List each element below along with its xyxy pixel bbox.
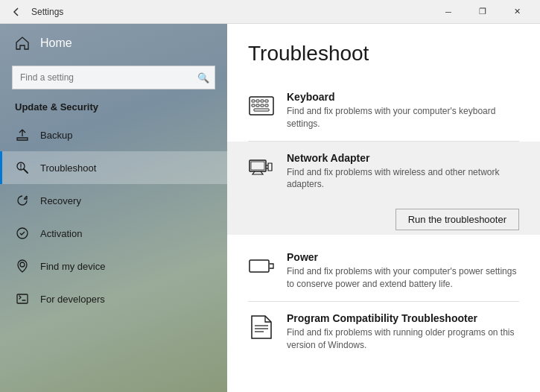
sidebar-item-troubleshoot[interactable]: Troubleshoot: [0, 151, 227, 184]
for-developers-icon: [15, 291, 30, 306]
keyboard-item-desc: Find and fix problems with your computer…: [287, 105, 519, 130]
keyboard-item-text: Keyboard Find and fix problems with your…: [287, 91, 519, 130]
find-my-device-icon: [15, 259, 30, 274]
svg-point-2: [20, 262, 25, 267]
sidebar-item-activation[interactable]: Activation: [0, 217, 227, 250]
svg-rect-7: [261, 100, 264, 102]
page-title: Troubleshoot: [248, 42, 519, 66]
troubleshoot-item-network: Network Adapter Find and fix problems wi…: [227, 142, 540, 202]
program-compat-item-desc: Find and fix problems with running older…: [287, 326, 519, 352]
sidebar-section-title: Update & Security: [0, 98, 227, 118]
program-compat-item-title: Program Compatibility Troubleshooter: [287, 312, 519, 324]
svg-point-1: [17, 228, 28, 238]
sidebar-item-backup[interactable]: Backup: [0, 118, 227, 151]
keyboard-item-title: Keyboard: [287, 91, 519, 103]
recovery-icon: [15, 193, 30, 208]
svg-rect-9: [252, 104, 255, 107]
svg-rect-6: [256, 100, 259, 102]
svg-rect-16: [250, 260, 269, 272]
svg-rect-13: [254, 109, 269, 111]
sidebar-item-backup-label: Backup: [40, 130, 72, 141]
sidebar-item-home[interactable]: Home: [0, 24, 227, 63]
restore-button[interactable]: ❐: [466, 0, 500, 24]
svg-rect-12: [265, 104, 268, 107]
sidebar-item-recovery-label: Recovery: [40, 195, 81, 206]
titlebar: Settings ─ ❐ ✕: [0, 0, 540, 24]
sidebar-item-for-developers[interactable]: For developers: [0, 282, 227, 315]
svg-rect-5: [252, 100, 255, 102]
sidebar-search-container: 🔍: [12, 66, 215, 89]
window-controls: ─ ❐ ✕: [431, 0, 534, 24]
program-compat-item-text: Program Compatibility Troubleshooter Fin…: [287, 312, 519, 352]
troubleshoot-item-program-compat: Program Compatibility Troubleshooter Fin…: [248, 302, 519, 362]
troubleshoot-item-keyboard: Keyboard Find and fix problems with your…: [248, 80, 519, 141]
home-icon: [15, 36, 30, 51]
network-icon: [248, 154, 275, 180]
run-btn-row: Run the troubleshooter: [227, 201, 540, 235]
troubleshoot-icon: [15, 160, 30, 175]
program-compat-icon: [248, 314, 275, 341]
svg-rect-10: [256, 104, 259, 107]
network-item-desc: Find and fix problems with wireless and …: [287, 166, 519, 192]
keyboard-icon: [248, 92, 275, 119]
titlebar-title: Settings: [31, 7, 63, 17]
network-item-text: Network Adapter Find and fix problems wi…: [287, 152, 519, 192]
power-item-title: Power: [287, 251, 519, 263]
back-button[interactable]: [6, 1, 27, 22]
sidebar-item-find-my-device[interactable]: Find my device: [0, 250, 227, 282]
close-button[interactable]: ✕: [500, 0, 534, 24]
network-item-title: Network Adapter: [287, 152, 519, 164]
sidebar-item-for-developers-label: For developers: [40, 294, 105, 305]
run-troubleshooter-button[interactable]: Run the troubleshooter: [396, 209, 519, 230]
troubleshoot-item-power: Power Find and fix problems with your co…: [248, 241, 519, 301]
svg-rect-3: [17, 294, 28, 303]
svg-rect-15: [251, 162, 264, 170]
svg-rect-8: [265, 100, 268, 102]
sidebar-item-home-label: Home: [40, 37, 72, 50]
svg-rect-11: [261, 104, 264, 107]
power-icon: [248, 253, 275, 279]
minimize-button[interactable]: ─: [431, 0, 466, 24]
power-item-desc: Find and fix problems with your computer…: [287, 265, 519, 291]
sidebar-item-recovery[interactable]: Recovery: [0, 184, 227, 217]
main-layout: Home 🔍 Update & Security Backup: [0, 24, 540, 392]
sidebar-item-find-my-device-label: Find my device: [40, 261, 105, 272]
sidebar-item-troubleshoot-label: Troubleshoot: [40, 162, 96, 174]
search-input[interactable]: [12, 66, 215, 89]
content-area: Troubleshoot Keyboard Fi: [227, 24, 540, 392]
sidebar-item-activation-label: Activation: [40, 228, 82, 239]
activation-icon: [15, 226, 30, 241]
search-icon: 🔍: [197, 72, 209, 83]
sidebar: Home 🔍 Update & Security Backup: [0, 24, 227, 392]
power-item-text: Power Find and fix problems with your co…: [287, 251, 519, 291]
backup-icon: [15, 127, 30, 142]
